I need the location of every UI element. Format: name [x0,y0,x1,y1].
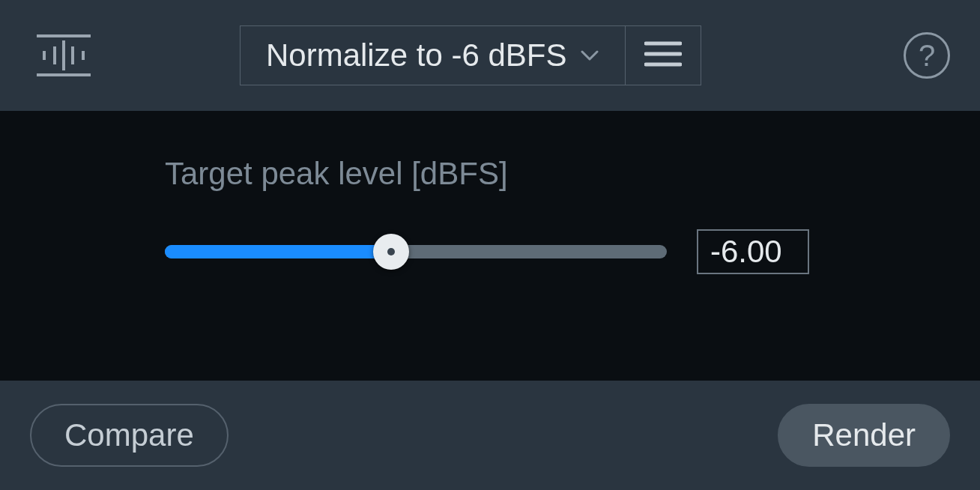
hamburger-icon [644,40,682,70]
preset-dropdown[interactable]: Normalize to -6 dBFS [241,26,626,85]
compare-button[interactable]: Compare [30,404,229,467]
slider-fill [165,245,391,258]
main-panel: Target peak level [dBFS] [0,111,980,381]
header-bar: Normalize to -6 dBFS ? [0,0,980,111]
slider-row [165,229,905,274]
help-button[interactable]: ? [904,32,950,79]
target-peak-slider[interactable] [165,237,667,267]
preset-menu-button[interactable] [626,26,701,85]
preset-selector-group: Normalize to -6 dBFS [240,25,701,85]
preset-label: Normalize to -6 dBFS [266,37,566,73]
chevron-down-icon [580,46,599,65]
footer-bar: Compare Render [0,381,980,490]
question-mark-icon: ? [919,39,935,73]
slider-thumb[interactable] [373,234,409,270]
app-logo-icon [30,25,97,85]
target-peak-input[interactable] [697,229,809,274]
render-button[interactable]: Render [778,404,950,467]
param-label: Target peak level [dBFS] [165,156,905,192]
